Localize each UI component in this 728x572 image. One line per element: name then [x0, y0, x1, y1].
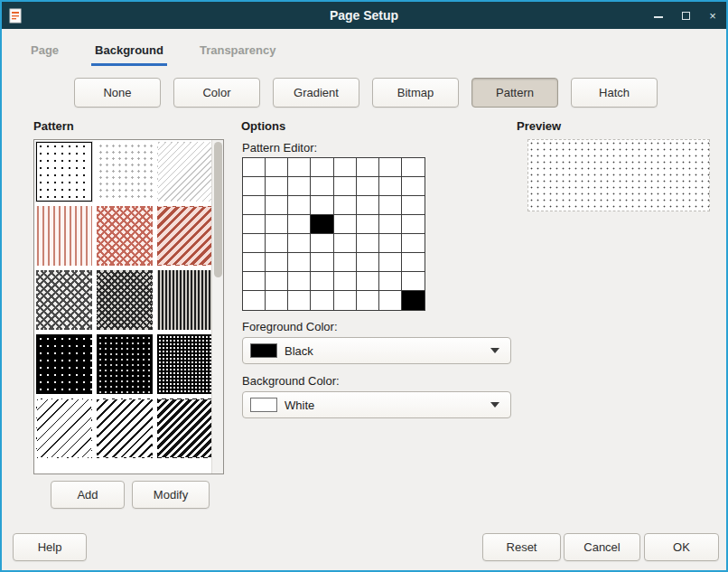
- pattern-swatch-net-gray[interactable]: [36, 270, 92, 330]
- editor-cell-6-0[interactable]: [243, 272, 266, 291]
- editor-cell-2-2[interactable]: [288, 196, 311, 215]
- pattern-swatch-diag-dense[interactable]: [157, 399, 213, 458]
- editor-cell-4-2[interactable]: [288, 234, 311, 253]
- editor-cell-1-7[interactable]: [402, 177, 425, 196]
- editor-cell-4-3[interactable]: [311, 234, 333, 253]
- editor-cell-2-5[interactable]: [357, 196, 379, 215]
- minimize-icon[interactable]: [652, 10, 665, 22]
- editor-cell-1-2[interactable]: [288, 177, 311, 196]
- editor-cell-3-1[interactable]: [266, 215, 288, 234]
- editor-cell-5-2[interactable]: [288, 253, 311, 272]
- editor-cell-5-6[interactable]: [379, 253, 402, 272]
- editor-cell-2-6[interactable]: [379, 196, 402, 215]
- pattern-swatch-net-dark[interactable]: [97, 270, 153, 330]
- close-icon[interactable]: ×: [706, 10, 719, 22]
- editor-cell-7-4[interactable]: [334, 291, 357, 310]
- editor-cell-0-6[interactable]: [379, 158, 402, 177]
- fill-none-button[interactable]: None: [74, 78, 161, 108]
- editor-cell-5-5[interactable]: [357, 253, 379, 272]
- editor-cell-7-5[interactable]: [357, 291, 379, 310]
- editor-cell-3-5[interactable]: [357, 215, 379, 234]
- foreground-color-dropdown[interactable]: Black: [242, 337, 511, 364]
- editor-cell-1-4[interactable]: [334, 177, 357, 196]
- pattern-swatch-cross-red[interactable]: [97, 206, 153, 266]
- pattern-list-scrollbar[interactable]: [211, 140, 223, 474]
- tab-transparency[interactable]: Transparency: [196, 40, 280, 66]
- editor-cell-2-0[interactable]: [243, 196, 266, 215]
- pattern-swatch-dots-faint[interactable]: [97, 142, 153, 202]
- editor-cell-5-4[interactable]: [334, 253, 357, 272]
- editor-cell-2-7[interactable]: [402, 196, 425, 215]
- editor-cell-7-2[interactable]: [288, 291, 311, 310]
- editor-cell-0-2[interactable]: [288, 158, 311, 177]
- editor-cell-0-7[interactable]: [402, 158, 425, 177]
- editor-cell-0-4[interactable]: [334, 158, 357, 177]
- editor-cell-5-7[interactable]: [402, 253, 425, 272]
- reset-button[interactable]: Reset: [482, 533, 561, 561]
- editor-cell-0-0[interactable]: [243, 158, 266, 177]
- editor-cell-6-7[interactable]: [402, 272, 425, 291]
- tab-page[interactable]: Page: [27, 40, 62, 66]
- editor-cell-7-3[interactable]: [311, 291, 333, 310]
- editor-cell-3-4[interactable]: [334, 215, 357, 234]
- editor-cell-5-1[interactable]: [266, 253, 288, 272]
- editor-cell-6-6[interactable]: [379, 272, 402, 291]
- editor-cell-3-0[interactable]: [243, 215, 266, 234]
- add-button[interactable]: Add: [51, 481, 125, 509]
- editor-cell-3-6[interactable]: [379, 215, 402, 234]
- editor-cell-3-3[interactable]: [311, 215, 333, 234]
- editor-cell-1-0[interactable]: [243, 177, 266, 196]
- editor-cell-7-6[interactable]: [379, 291, 402, 310]
- ok-button[interactable]: OK: [644, 533, 719, 561]
- pattern-swatch-stripes-dark[interactable]: [157, 270, 213, 330]
- restore-icon[interactable]: [679, 10, 692, 22]
- editor-cell-4-1[interactable]: [266, 234, 288, 253]
- editor-cell-6-1[interactable]: [266, 272, 288, 291]
- editor-cell-4-7[interactable]: [402, 234, 425, 253]
- help-button[interactable]: Help: [13, 533, 87, 561]
- fill-pattern-button[interactable]: Pattern: [471, 78, 558, 108]
- fill-color-button[interactable]: Color: [173, 78, 260, 108]
- editor-cell-6-5[interactable]: [357, 272, 379, 291]
- pattern-swatch-dots-sparse[interactable]: [36, 142, 92, 202]
- editor-cell-0-1[interactable]: [266, 158, 288, 177]
- background-color-dropdown[interactable]: White: [242, 391, 511, 418]
- editor-cell-4-0[interactable]: [243, 234, 266, 253]
- fill-bitmap-button[interactable]: Bitmap: [372, 78, 459, 108]
- cancel-button[interactable]: Cancel: [564, 533, 640, 561]
- pattern-swatch-black-dense[interactable]: [97, 334, 153, 394]
- pattern-swatch-diag-red[interactable]: [157, 206, 213, 266]
- fill-hatch-button[interactable]: Hatch: [571, 78, 658, 108]
- fill-gradient-button[interactable]: Gradient: [273, 78, 359, 108]
- editor-cell-0-3[interactable]: [311, 158, 333, 177]
- editor-cell-0-5[interactable]: [357, 158, 379, 177]
- editor-cell-6-4[interactable]: [334, 272, 357, 291]
- editor-cell-4-4[interactable]: [334, 234, 357, 253]
- editor-cell-5-0[interactable]: [243, 253, 266, 272]
- pattern-swatch-black-dots[interactable]: [36, 334, 92, 394]
- editor-cell-4-5[interactable]: [357, 234, 379, 253]
- editor-cell-7-1[interactable]: [266, 291, 288, 310]
- pattern-swatch-diag-light[interactable]: [157, 142, 213, 202]
- scrollbar-thumb[interactable]: [214, 142, 222, 277]
- editor-cell-7-7[interactable]: [402, 291, 425, 310]
- pattern-swatch-diag-thin[interactable]: [36, 399, 92, 458]
- tab-background[interactable]: Background: [91, 40, 167, 66]
- editor-cell-1-6[interactable]: [379, 177, 402, 196]
- editor-cell-6-2[interactable]: [288, 272, 311, 291]
- pattern-swatch-stripes-red[interactable]: [36, 206, 92, 266]
- pattern-swatch-black-fine[interactable]: [157, 334, 213, 394]
- editor-cell-2-3[interactable]: [311, 196, 333, 215]
- pattern-editor-grid[interactable]: [242, 157, 425, 311]
- editor-cell-5-3[interactable]: [311, 253, 333, 272]
- pattern-swatch-diag-med[interactable]: [97, 399, 153, 458]
- editor-cell-1-5[interactable]: [357, 177, 379, 196]
- editor-cell-2-1[interactable]: [266, 196, 288, 215]
- editor-cell-3-2[interactable]: [288, 215, 311, 234]
- modify-button[interactable]: Modify: [132, 481, 210, 509]
- editor-cell-1-1[interactable]: [266, 177, 288, 196]
- editor-cell-3-7[interactable]: [402, 215, 425, 234]
- editor-cell-7-0[interactable]: [243, 291, 266, 310]
- editor-cell-1-3[interactable]: [311, 177, 333, 196]
- editor-cell-4-6[interactable]: [379, 234, 402, 253]
